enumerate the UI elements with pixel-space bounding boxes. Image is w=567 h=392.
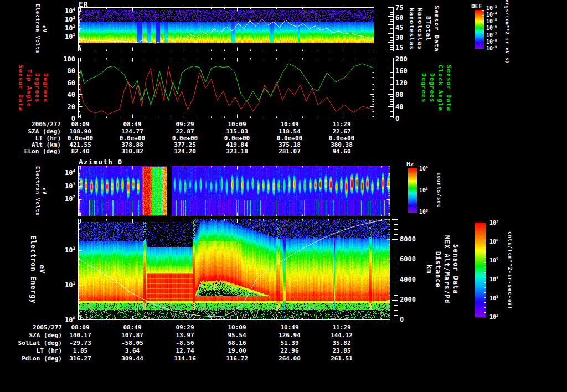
altitude-tick-label: 6000 [400, 256, 416, 262]
btotal-label-line: Nanoteslas [408, 8, 415, 50]
btotal-label-line: Nanoteslas [416, 8, 424, 50]
els-ytick-label: 100 [65, 317, 75, 323]
table-cell: 51.39 [270, 340, 309, 347]
azimuth-ylabel: Electron VoltseV [32, 166, 50, 216]
table-cell: 95.54 [218, 332, 256, 339]
table-row-label: PdLon (deg) [0, 355, 62, 362]
table-cell: 107.87 [113, 332, 152, 339]
angles-line-chart-canvas [78, 58, 374, 118]
azimuth-ylabel-line: eV [42, 188, 47, 195]
clock-angle-label-line: Degrees [429, 73, 436, 102]
er-colorbar-tick-label: 10-9 [486, 46, 497, 51]
azimuth-colorbar [408, 168, 417, 213]
btotal-tick-label: 15 [395, 44, 403, 51]
table-cell: 323.18 [218, 148, 256, 155]
azimuth-ytick-label: 103 [65, 183, 75, 189]
btotal-tick-label: 75 [395, 4, 403, 11]
er-right-axis [388, 7, 394, 51]
tip-angle-label-line: Degrees [42, 73, 49, 102]
table-cell: 116.72 [218, 355, 256, 362]
table-cell: 11:29 [322, 324, 361, 331]
er-colorbar-ticks: 10-310-410-510-610-710-810-9 [486, 6, 505, 51]
els-ytick-label: 102 [65, 247, 75, 254]
table-cell: -29.73 [61, 340, 100, 347]
er-ylabel-line: eV [42, 25, 47, 33]
clock-angle-label-line: Degrees [420, 73, 427, 102]
tip-angle-tick-label: 40 [68, 91, 75, 98]
els-colorbar-tickmarks [484, 223, 486, 317]
table-row-label: SolLat (deg) [0, 340, 62, 347]
els-ylabel: Electron EnergyeV [27, 219, 49, 320]
azimuth-colorbar-tick-label: 106 [419, 166, 428, 172]
table-row-label: LT (hr) [0, 348, 62, 354]
spacecraft-plot-page: ER Electron VoltseV 104103102101 7560453… [0, 0, 567, 392]
table-cell: 09:29 [166, 324, 204, 331]
altitude-label-line: Distance [434, 251, 442, 288]
tip-angle-tick-label: 80 [68, 68, 75, 74]
table-cell: 3.64 [113, 348, 152, 354]
clock-angle-tick-label: 160 [395, 68, 408, 74]
table-cell: 94.60 [322, 148, 361, 155]
table-cell: 12.74 [166, 348, 204, 354]
er-colorbar-tick-label: 10-7 [486, 33, 497, 38]
table-cell: 261.51 [322, 355, 361, 362]
angles-right-label: Sensor DataClock AngleDegreesDegrees [419, 58, 454, 118]
table-cell: 124.20 [166, 148, 204, 155]
er-colorbar-tick-label: 10-3 [486, 6, 497, 11]
angles-left-label: Sensor DataTip AngleDegreesDegrees [17, 58, 50, 118]
table-cell: 264.00 [270, 355, 309, 362]
tip-angle-tick-label: 60 [68, 80, 75, 86]
angles-right-axis [388, 58, 394, 118]
table-cell: 08:09 [61, 324, 100, 331]
els-right-ticks: 80006000400020000 [400, 236, 424, 323]
er-colorbar-tick-label: 10-4 [486, 12, 497, 18]
clock-angle-tick-label: 0 [395, 115, 399, 122]
clock-angle-tick-label: 200 [395, 56, 408, 63]
table-cell: 10:09 [218, 121, 256, 128]
er-ytick-label: 102 [65, 25, 75, 32]
clock-angle-tick-label: 40 [395, 104, 403, 110]
els-colorbar-tick-label: 104 [489, 277, 498, 282]
er-colorbar-tick-label: 10-5 [486, 19, 497, 24]
els-colorbar [475, 223, 486, 317]
els-colorbar-units: cnts/(cm**2-sr-sec-eV) [506, 226, 514, 316]
azimuth-colorbar-title: Hz [406, 161, 414, 168]
els-ytick-label: 101 [65, 282, 75, 288]
els-right-label: Sensor DataMEX Alt/Mars/PdDistancekm [422, 219, 463, 320]
azimuth-colorbar-ticks: 106103100 [419, 166, 435, 215]
table-row-label: 2005/277 [0, 324, 62, 331]
btotal-tick-label: 30 [395, 34, 403, 41]
table-cell: 1.85 [61, 348, 100, 354]
azimuth-colorbar-tickmarks [415, 168, 417, 213]
btotal-label-line: Sensor Data [433, 6, 440, 52]
table-row-label: ELon (deg) [0, 148, 61, 155]
azimuth-yticks: 104103102 [53, 169, 75, 202]
els-colorbar-units-text: cnts/(cm**2-sr-sec-eV) [507, 231, 513, 310]
table-cell: 08:49 [113, 324, 152, 331]
table-cell: -58.05 [113, 340, 152, 347]
clock-angle-tick-label: 80 [395, 91, 403, 98]
btotal-label-line: BTotal [425, 16, 432, 42]
er-ytick-label: 101 [65, 33, 75, 40]
altitude-tick-label: 2000 [400, 296, 416, 303]
els-colorbar-tick-label: 107 [489, 220, 498, 226]
table-cell: 19.00 [218, 348, 256, 354]
azimuth-panel-title: Azimuth 0 [79, 158, 122, 166]
clock-angle-label-line: Clock Angle [437, 65, 444, 111]
tip-angle-label-line: Degrees [34, 73, 41, 102]
er-ylabel: Electron VoltseV [32, 6, 50, 52]
els-ylabel-line: eV [38, 265, 46, 274]
azimuth-ylabel-line: Electron Volts [35, 166, 40, 216]
table-cell: 114.16 [166, 355, 204, 362]
table-cell: 11:29 [322, 121, 361, 128]
table-cell: 144.12 [322, 332, 361, 339]
er-spectrogram-canvas [78, 7, 374, 51]
er-yticks: 104103102101 [53, 8, 75, 40]
table-cell: 08:09 [61, 121, 100, 128]
azimuth-colorbar-units-text: counts/sec [436, 172, 442, 208]
els-colorbar-tick-label: 103 [489, 296, 498, 301]
er-ytick-label: 103 [65, 16, 75, 23]
er-colorbar [475, 10, 484, 49]
btotal-tick-label: 45 [395, 24, 403, 31]
azimuth-colorbar-tick-label: 100 [419, 209, 428, 215]
